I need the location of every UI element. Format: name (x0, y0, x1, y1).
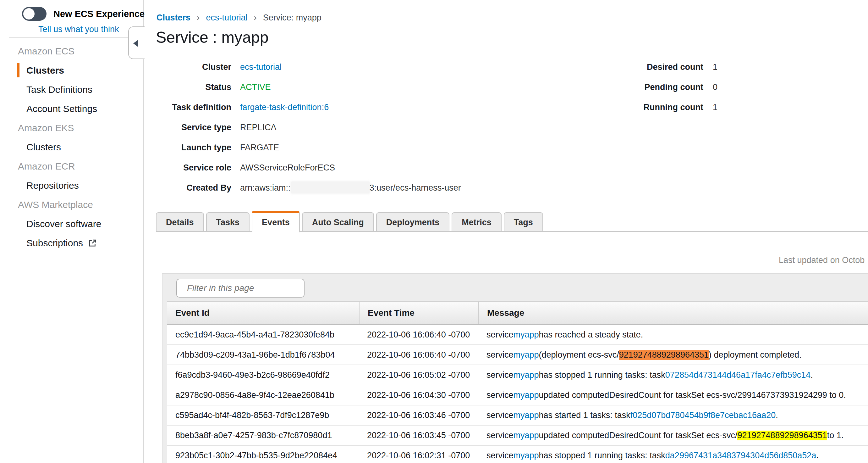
column-header-event-id: Event Id (167, 302, 359, 324)
sidebar-section-amazon-ecr: Amazon ECR (0, 157, 143, 176)
detail-label: Service type (156, 123, 231, 133)
sidebar-item-label: Clusters (26, 138, 61, 157)
filter-input[interactable] (187, 283, 302, 293)
counter-value: 1 (713, 103, 717, 112)
tab-tasks[interactable]: Tasks (206, 212, 250, 232)
event-time-cell: 2022-10-06 16:06:40 -0700 (359, 345, 478, 365)
feedback-link[interactable]: Tell us what you think (38, 25, 119, 34)
tab-deployments[interactable]: Deployments (376, 212, 450, 232)
sidebar-item-clusters[interactable]: Clusters (0, 138, 143, 157)
sidebar-item-task-definitions[interactable]: Task Definitions (0, 80, 143, 99)
created-by-prefix: arn:aws:iam::0 (240, 183, 296, 193)
sidebar-item-subscriptions[interactable]: Subscriptions (0, 233, 143, 253)
event-message-cell: service myapp has reached a steady state… (478, 325, 868, 344)
detail-row-created-by: Created Byarn:aws:iam::03:user/ecs-harne… (156, 183, 461, 194)
breadcrumb: Clusters›ecs-tutorial›Service: myapp (156, 12, 321, 23)
message-link[interactable]: f025d07bd780454b9f8e7cebac16aa20 (630, 410, 776, 420)
event-id-cell: 74bb3d09-c209-43a1-96be-1db1f6783b04 (167, 345, 359, 365)
sidebar-item-label: Clusters (26, 61, 64, 80)
external-link-icon (88, 239, 97, 248)
event-message-cell: service myapp has stopped 1 running task… (478, 446, 868, 463)
last-updated-text: Last updated on Octob (779, 255, 865, 265)
sidebar-item-label: Account Settings (26, 99, 97, 118)
detail-value-service-type: REPLICA (240, 123, 277, 133)
sidebar-item-label: Discover software (26, 214, 101, 233)
event-id-cell: a2978c90-0856-4a8e-9f4c-12eae260841b (167, 385, 359, 405)
detail-row-cluster: Clusterecs-tutorial (156, 62, 461, 73)
sidebar-collapse-button[interactable] (128, 26, 145, 59)
counter-label: Running count (609, 103, 703, 112)
table-row: a2978c90-0856-4a8e-9f4c-12eae260841b2022… (167, 385, 868, 405)
message-link[interactable]: myapp (514, 390, 539, 400)
detail-label: Cluster (156, 62, 231, 72)
detail-label: Launch type (156, 143, 231, 152)
page-title: Service : myapp (156, 28, 268, 47)
message-link[interactable]: myapp (514, 451, 539, 461)
counter-value: 1 (713, 62, 717, 72)
counter-desired-count: Desired count1 (609, 62, 717, 73)
filter-box (176, 279, 305, 297)
sidebar-section-amazon-ecs: Amazon ECS (0, 41, 143, 61)
message-link[interactable]: myapp (514, 350, 539, 360)
detail-value-status: ACTIVE (240, 82, 271, 92)
sidebar-section-amazon-eks: Amazon EKS (0, 118, 143, 138)
event-message-cell: service myapp (deployment ecs-svc/921927… (478, 345, 868, 365)
sidebar-section-aws-marketplace: AWS Marketplace (0, 195, 143, 214)
highlighted-id-yellow: 9219274889298964351 (737, 431, 827, 440)
detail-label: Created By (156, 183, 231, 193)
detail-label: Task definition (156, 103, 231, 112)
detail-value-cluster[interactable]: ecs-tutorial (240, 62, 282, 72)
table-row: f6a9cdb3-9460-49e3-b2c6-98669e40fdf22022… (167, 365, 868, 385)
breadcrumb-link-clusters[interactable]: Clusters (156, 13, 190, 23)
sidebar-item-account-settings[interactable]: Account Settings (0, 99, 143, 118)
message-link[interactable]: myapp (514, 370, 539, 380)
message-link[interactable]: myapp (514, 330, 539, 340)
breadcrumb-separator: › (254, 12, 256, 23)
message-link[interactable]: da29967431a3483794304d56d850a52a (665, 451, 816, 461)
tab-tags[interactable]: Tags (504, 212, 543, 232)
event-message-cell: service myapp updated computedDesiredCou… (478, 385, 868, 405)
tab-metrics[interactable]: Metrics (452, 212, 502, 232)
new-ecs-experience-label: New ECS Experience (54, 9, 145, 19)
events-panel: Event IdEvent TimeMessage ec9e1d94-9aca-… (162, 273, 868, 463)
event-time-cell: 2022-10-06 16:02:31 -0700 (359, 446, 478, 463)
detail-value-task-definition[interactable]: fargate-task-definition:6 (240, 103, 329, 112)
counter-pending-count: Pending count0 (609, 82, 717, 93)
column-header-event-time: Event Time (359, 302, 478, 324)
service-details: Clusterecs-tutorialStatusACTIVETask defi… (156, 62, 461, 203)
new-ecs-experience-toggle[interactable] (22, 7, 46, 21)
sidebar-item-repositories[interactable]: Repositories (0, 176, 143, 195)
tab-details[interactable]: Details (156, 212, 204, 232)
detail-value-service-role: AWSServiceRoleForECS (240, 163, 335, 173)
detail-value-created-by: arn:aws:iam::03:user/ecs-harness-user (240, 183, 461, 194)
table-row: c595ad4c-bf4f-482b-8563-7df9c1287e9b2022… (167, 405, 868, 426)
sidebar-item-label: Task Definitions (26, 80, 92, 99)
event-id-cell: c595ad4c-bf4f-482b-8563-7df9c1287e9b (167, 405, 359, 425)
detail-label: Status (156, 82, 231, 92)
breadcrumb-current: Service: myapp (263, 13, 321, 23)
breadcrumb-separator: › (197, 12, 199, 23)
tab-bar: DetailsTasksEventsAuto ScalingDeployment… (156, 210, 868, 232)
table-row: 74bb3d09-c209-43a1-96be-1db1f6783b042022… (167, 345, 868, 365)
table-row: 8beb3a8f-a0e7-4257-983b-c7fc870980d12022… (167, 426, 868, 446)
event-id-cell: 923b05c1-30b2-47bb-b535-9d2be22084e4 (167, 446, 359, 463)
event-id-cell: 8beb3a8f-a0e7-4257-983b-c7fc870980d1 (167, 426, 359, 445)
message-link[interactable]: myapp (514, 431, 539, 440)
breadcrumb-link-ecs-tutorial[interactable]: ecs-tutorial (206, 13, 247, 23)
event-time-cell: 2022-10-06 16:04:30 -0700 (359, 385, 478, 405)
sidebar-item-clusters[interactable]: Clusters (0, 61, 143, 80)
service-counters: Desired count1Pending count0Running coun… (609, 62, 717, 123)
tab-events[interactable]: Events (252, 211, 300, 232)
tab-auto-scaling[interactable]: Auto Scaling (302, 212, 374, 232)
detail-row-service-role: Service roleAWSServiceRoleForECS (156, 163, 461, 173)
message-link[interactable]: myapp (514, 410, 539, 420)
message-link[interactable]: 072854d473144d46a17fa4c7efb59c14 (665, 370, 810, 380)
table-row: 923b05c1-30b2-47bb-b535-9d2be22084e42022… (167, 446, 868, 463)
event-time-cell: 2022-10-06 16:03:46 -0700 (359, 405, 478, 425)
sidebar-item-discover-software[interactable]: Discover software (0, 214, 143, 233)
event-message-cell: service myapp has started 1 tasks: task … (478, 405, 868, 425)
event-time-cell: 2022-10-06 16:03:45 -0700 (359, 426, 478, 445)
sidebar-divider (9, 37, 132, 38)
redacted-account-id (291, 181, 370, 194)
event-time-cell: 2022-10-06 16:06:40 -0700 (359, 325, 478, 344)
